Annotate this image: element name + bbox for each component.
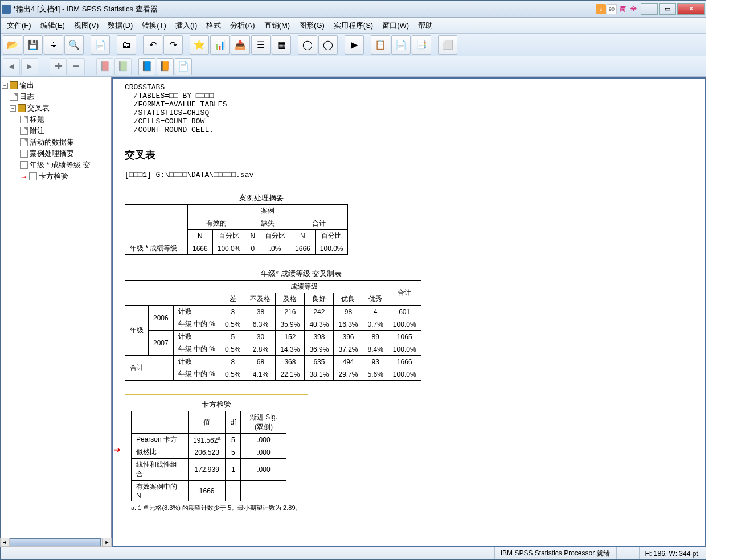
menu-window[interactable]: 窗口(W) — [378, 18, 413, 33]
scroll-left-icon[interactable]: ◄ — [1, 538, 9, 547]
tree-crosstabs-label: 交叉表 — [27, 103, 50, 113]
export-icon[interactable]: 📄 — [91, 35, 110, 55]
toolbar-nav: ◄ ► ✚ ━ 📕 📗 📘 📙 📄 — [1, 56, 706, 77]
menu-transform[interactable]: 转换(T) — [137, 18, 171, 33]
tree-item-notes[interactable]: 附注 — [2, 125, 110, 137]
menu-graphs[interactable]: 图形(G) — [294, 18, 329, 33]
menu-direct[interactable]: 直销(M) — [260, 18, 295, 33]
app-icon — [2, 5, 11, 14]
menu-file[interactable]: 文件(F) — [2, 18, 36, 33]
outline-sidebar[interactable]: − 输出 日志 − 交叉表 标题 附注 活动的数据集 案例处理摘要 年级 * 成… — [1, 77, 112, 547]
crosstab-table[interactable]: 成绩等级 合计 差不及格及格良好优良优秀 年级 2006 计数 33821624… — [125, 280, 421, 381]
dataset-line: [□□□1] G:\□□□□\DATA\□□□□□.sav — [125, 171, 693, 179]
scroll-right-icon[interactable]: ► — [103, 538, 112, 547]
menu-utilities[interactable]: 实用程序(S) — [329, 18, 378, 33]
chisq-title: 卡方检验 — [131, 400, 302, 410]
status-processor: IBM SPSS Statistics Processor 就绪 — [494, 547, 616, 559]
tree-log[interactable]: 日志 — [2, 91, 110, 102]
table-icon — [20, 150, 28, 158]
minimize-button[interactable]: — — [641, 3, 658, 15]
nav-insert-icon[interactable]: 📄 — [175, 58, 192, 75]
menu-data[interactable]: 数据(D) — [103, 18, 137, 33]
syntax-block: CROSSTABS /TABLES=□□ BY □□□□ /FORMAT=AVA… — [125, 83, 693, 134]
show-icon[interactable]: 📋 — [371, 35, 390, 55]
output-viewer[interactable]: CROSSTABS /TABLES=□□ BY □□□□ /FORMAT=AVA… — [112, 77, 706, 547]
book-icon — [18, 104, 26, 112]
collapse-icon[interactable]: − — [2, 83, 8, 89]
current-arrow-icon: ➔ — [114, 445, 121, 454]
new-icon[interactable]: 📄 — [391, 35, 411, 55]
current-arrow-icon: → — [20, 172, 27, 181]
window-title: *输出4 [文档4] - IBM SPSS Statistics 查看器 — [13, 4, 596, 14]
menu-view[interactable]: 视图(V) — [69, 18, 103, 33]
toolbar-main: 📂 💾 🖨 🔍 📄 🗂 ↶ ↷ ⭐ 📊 📥 ☰ ▦ ◯ ◯ ▶ 📋 📄 📑 ⬜ — [1, 34, 706, 56]
tree-item-dataset[interactable]: 活动的数据集 — [2, 137, 110, 148]
redo-icon[interactable]: ↷ — [163, 35, 183, 55]
nav-back-icon[interactable]: ◄ — [3, 58, 20, 75]
maximize-button[interactable]: ▭ — [659, 3, 676, 15]
save-icon[interactable]: 💾 — [23, 35, 43, 55]
goto-case-icon[interactable]: 📊 — [210, 35, 230, 55]
nav-show-icon[interactable]: 📘 — [138, 58, 155, 75]
nav-hide-icon[interactable]: 📙 — [157, 58, 174, 75]
status-dims: H: 186, W: 344 pt. — [639, 547, 706, 559]
chisq-table[interactable]: 值df渐进 Sig. (双侧) Pearson 卡方191.562a5.000 … — [131, 411, 286, 501]
page-icon — [10, 93, 18, 101]
nav-fwd-icon[interactable]: ► — [21, 58, 38, 75]
table-icon — [20, 161, 28, 169]
run-icon[interactable]: ▶ — [345, 35, 364, 55]
ime-icon-b[interactable]: 90 — [607, 4, 617, 14]
ime-icon-d[interactable]: 全 — [628, 4, 638, 14]
ime-icon-a[interactable]: ♪ — [596, 4, 606, 14]
menubar: 文件(F) 编辑(E) 视图(V) 数据(D) 转换(T) 插入(I) 格式 分… — [1, 18, 706, 34]
tree-log-label: 日志 — [19, 92, 34, 102]
collapse-icon[interactable]: − — [10, 105, 16, 112]
chisq-footnote: a. 1 单元格(8.3%) 的期望计数少于 5。最小期望计数为 2.89。 — [131, 504, 302, 512]
menu-insert[interactable]: 插入(I) — [171, 18, 202, 33]
case-summary-title: 案例处理摘要 — [125, 193, 398, 203]
preview-icon[interactable]: 🔍 — [64, 35, 84, 55]
menu-analyze[interactable]: 分析(A) — [226, 18, 259, 33]
recall-icon[interactable]: 🗂 — [117, 35, 136, 55]
menu-help[interactable]: 帮助 — [413, 18, 437, 33]
chisq-block[interactable]: ➔ 卡方检验 值df渐进 Sig. (双侧) Pearson 卡方191.562… — [125, 394, 308, 516]
crosstab-title: 年级* 成绩等级 交叉制表 — [125, 269, 478, 279]
tree-item-chisq[interactable]: →卡方检验 — [2, 171, 110, 182]
menu-edit[interactable]: 编辑(E) — [36, 18, 69, 33]
undo-icon[interactable]: ↶ — [143, 35, 162, 55]
tree-crosstabs[interactable]: − 交叉表 — [2, 102, 110, 114]
print-icon[interactable]: 🖨 — [44, 35, 63, 55]
ime-icons: ♪ 90 简 全 — [596, 4, 638, 14]
menu-format[interactable]: 格式 — [202, 18, 226, 33]
designate-icon[interactable]: 📑 — [412, 35, 431, 55]
nav-demote-icon[interactable]: ━ — [68, 58, 85, 75]
tree-item-case-summary[interactable]: 案例处理摘要 — [2, 148, 110, 159]
nav-expand-icon[interactable]: 📕 — [96, 58, 113, 75]
page-icon — [20, 127, 28, 135]
tree-root-label: 输出 — [19, 80, 34, 90]
goto-icon[interactable]: ⭐ — [190, 35, 209, 55]
close-button[interactable]: ✕ — [677, 3, 705, 15]
titlebar: *输出4 [文档4] - IBM SPSS Statistics 查看器 ♪ 9… — [1, 1, 706, 18]
sync-icon[interactable]: ⬜ — [438, 35, 457, 55]
statusbar: IBM SPSS Statistics Processor 就绪 H: 186,… — [1, 547, 706, 559]
open-icon[interactable]: 📂 — [3, 35, 22, 55]
variables-icon[interactable]: ☰ — [251, 35, 271, 55]
tree-root[interactable]: − 输出 — [2, 80, 110, 91]
page-icon — [20, 116, 28, 123]
case-summary-table[interactable]: 案例 有效的 缺失 合计 N百分比 N百分比 N百分比 年级 * 成绩等级 16… — [125, 204, 348, 255]
weight-icon[interactable]: ◯ — [318, 35, 338, 55]
h-scrollbar[interactable] — [9, 538, 103, 547]
book-icon — [10, 81, 18, 89]
tree-item-crosstab[interactable]: 年级 * 成绩等级 交 — [2, 159, 110, 171]
table-icon[interactable]: ▦ — [272, 35, 291, 55]
page-icon — [20, 138, 28, 146]
tree-item-title[interactable]: 标题 — [2, 114, 110, 125]
goto-var-icon[interactable]: 📥 — [231, 35, 250, 55]
table-icon — [29, 172, 37, 180]
ime-icon-c[interactable]: 简 — [617, 4, 628, 14]
nav-collapse-icon[interactable]: 📗 — [114, 58, 132, 75]
nav-promote-icon[interactable]: ✚ — [50, 58, 67, 75]
select-icon[interactable]: ◯ — [298, 35, 317, 55]
section-title: 交叉表 — [125, 148, 693, 162]
